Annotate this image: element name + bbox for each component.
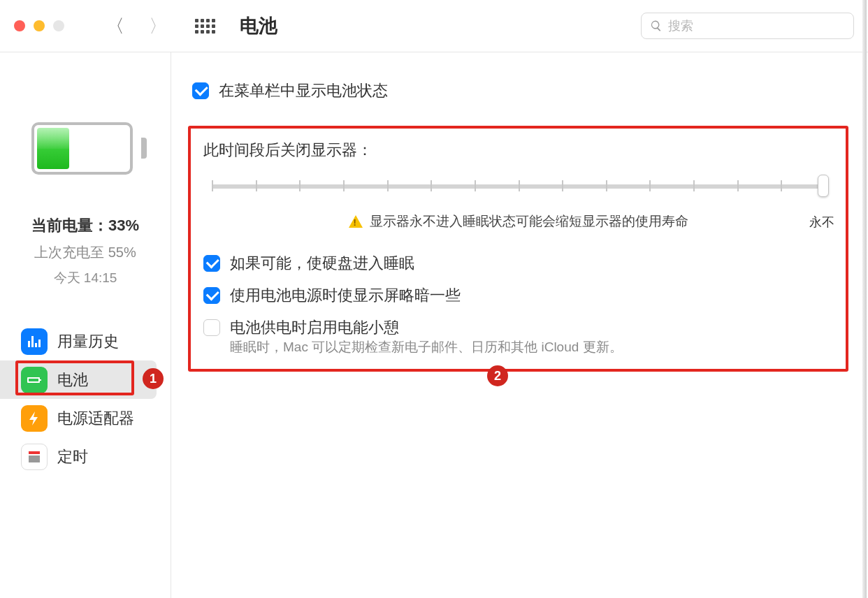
annotation-box-2: 此时间段后关闭显示器： 显示器永不进入睡眠状态可能会缩短显示器的使用寿命 永不 … — [188, 126, 848, 372]
checkbox-hd-sleep[interactable] — [203, 255, 220, 272]
sidebar-menu: 用量历史 电池 1 电源适配器 定时 — [0, 322, 171, 476]
minimize-window-button[interactable] — [34, 20, 45, 31]
maximize-window-button — [53, 20, 64, 31]
annotation-badge-2: 2 — [487, 365, 508, 386]
battery-status-icon — [31, 122, 140, 175]
battery-charge-info: 当前电量：33% 上次充电至 55% 今天 14:15 — [31, 215, 139, 287]
label-show-in-menubar: 在菜单栏中显示电池状态 — [219, 80, 388, 101]
checkbox-dim-display[interactable] — [203, 287, 220, 304]
label-dim-display: 使用电池电源时使显示屏略暗一些 — [230, 285, 461, 306]
current-level-value: 33% — [108, 217, 139, 234]
slider-end-label: 永不 — [809, 214, 834, 231]
search-input[interactable] — [668, 19, 845, 34]
label-hd-sleep: 如果可能，使硬盘进入睡眠 — [230, 253, 414, 274]
content-pane: 在菜单栏中显示电池状态 此时间段后关闭显示器： 显示器永不进入睡眠状态可能会缩短… — [171, 52, 868, 598]
annotation-badge-1: 1 — [143, 368, 164, 389]
nav-arrows: 〈 〉 — [106, 14, 167, 38]
display-off-title: 此时间段后关闭显示器： — [203, 140, 833, 161]
power-nap-helper-text: 睡眠时，Mac 可以定期检查新电子邮件、日历和其他 iCloud 更新。 — [230, 338, 833, 356]
sidebar-item-label: 电源适配器 — [57, 408, 134, 429]
titlebar: 〈 〉 电池 — [0, 0, 868, 52]
search-icon — [650, 19, 663, 33]
warning-icon — [349, 215, 363, 228]
sidebar-item-schedule[interactable]: 定时 — [0, 437, 157, 476]
sidebar-item-label: 定时 — [57, 446, 88, 467]
sidebar-item-power-adapter[interactable]: 电源适配器 — [0, 399, 157, 437]
schedule-icon — [21, 444, 48, 470]
sidebar: 当前电量：33% 上次充电至 55% 今天 14:15 用量历史 电池 1 — [0, 52, 171, 598]
last-charge-time: 今天 14:15 — [31, 269, 139, 287]
last-charge-level: 上次充电至 55% — [31, 243, 139, 262]
forward-button: 〉 — [149, 14, 167, 38]
label-power-nap: 电池供电时启用电能小憩 — [230, 317, 399, 338]
search-field[interactable] — [641, 13, 854, 39]
page-title: 电池 — [240, 13, 277, 38]
window-edge — [862, 0, 867, 598]
checkbox-power-nap[interactable] — [203, 319, 220, 336]
close-window-button[interactable] — [14, 20, 25, 31]
power-adapter-icon — [21, 405, 48, 432]
sidebar-item-label: 电池 — [57, 370, 88, 391]
current-level-label: 当前电量： — [31, 217, 108, 234]
usage-history-icon — [21, 328, 48, 355]
slider-knob[interactable] — [818, 175, 829, 197]
sidebar-item-label: 用量历史 — [57, 331, 119, 352]
battery-icon — [21, 367, 48, 393]
all-settings-grid-icon[interactable] — [195, 19, 215, 34]
back-button[interactable]: 〈 — [106, 14, 124, 38]
sidebar-item-battery[interactable]: 电池 — [0, 360, 157, 399]
warning-text: 显示器永不进入睡眠状态可能会缩短显示器的使用寿命 — [370, 212, 688, 231]
checkbox-show-in-menubar[interactable] — [192, 82, 209, 99]
window-controls — [14, 20, 64, 31]
sidebar-item-usage-history[interactable]: 用量历史 — [0, 322, 157, 360]
display-off-slider[interactable] — [212, 175, 825, 203]
